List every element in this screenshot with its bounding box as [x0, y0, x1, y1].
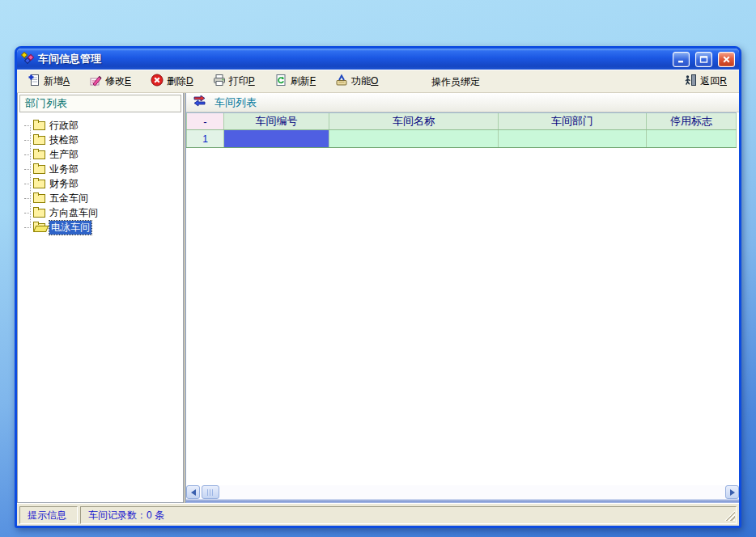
scroll-right-button[interactable]: [725, 485, 739, 499]
tree-item-yewubu[interactable]: 业务部: [18, 162, 183, 176]
tree-item-label: 电泳车间: [49, 221, 91, 235]
tree-item-dianyongchejian-selected[interactable]: 电泳车间: [18, 220, 183, 235]
folder-icon: [33, 194, 45, 203]
status-message-panel: 车间记录数：0 条: [80, 506, 737, 524]
selected-cell-workshop-id[interactable]: [224, 130, 329, 147]
page-title: 车间信息管理: [38, 52, 101, 66]
tree-item-shengchanbu[interactable]: 生产部: [18, 147, 183, 162]
folder-icon: [33, 165, 45, 174]
tree-item-caiwubu[interactable]: 财务部: [18, 176, 183, 191]
function-icon: [335, 74, 348, 89]
column-header-workshop-id[interactable]: 车间编号: [224, 113, 329, 129]
thumb-grip-icon: [207, 489, 214, 496]
tree-line: [30, 125, 31, 228]
edit-button-label: 修改E: [105, 74, 131, 88]
tree-item-xingzhengbu[interactable]: 行政部: [18, 118, 183, 133]
titlebar: 车间信息管理: [17, 49, 739, 70]
delete-button[interactable]: 删除D: [145, 71, 199, 91]
folder-icon: [33, 121, 45, 130]
tree-item-label: 生产部: [49, 148, 79, 162]
tree-item-label: 行政部: [49, 119, 79, 133]
refresh-button[interactable]: 刷新F: [269, 71, 321, 91]
main-area: 部门列表 行政部 技检部: [17, 93, 739, 503]
function-button-label: 功能O: [351, 74, 378, 88]
tree-item-fangxiangpanchejian[interactable]: 方向盘车间: [18, 205, 183, 220]
tree-item-label: 业务部: [49, 163, 79, 176]
cell-workshop-dept[interactable]: [499, 130, 647, 147]
new-document-icon: [28, 74, 40, 89]
app-window: 车间信息管理 新增A: [15, 46, 741, 528]
tree-item-label: 五金车间: [49, 192, 88, 205]
function-button[interactable]: 功能O: [329, 71, 384, 91]
open-folder-icon: [33, 223, 45, 232]
status-hint-panel: 提示信息: [19, 506, 78, 524]
swap-arrows-icon: [193, 95, 206, 109]
horizontal-scrollbar: [186, 485, 739, 499]
minimize-button[interactable]: [673, 52, 690, 67]
table-row: 1: [186, 130, 737, 148]
workshop-caption-bar: 车间列表: [186, 93, 739, 112]
right-arrow-icon: [730, 489, 735, 496]
add-button-label: 新增A: [44, 74, 70, 88]
cell-disable-flag[interactable]: [647, 130, 737, 147]
return-button-label: 返回R: [700, 74, 727, 88]
print-button[interactable]: 打印P: [207, 71, 261, 91]
column-header-disable-flag[interactable]: 停用标志: [647, 113, 737, 129]
scroll-left-button[interactable]: [186, 485, 200, 499]
exit-door-icon: [684, 74, 697, 89]
flowchart-diamonds-icon: [21, 52, 34, 67]
department-panel: 部门列表 行政部 技检部: [17, 93, 184, 503]
tree-item-label: 财务部: [49, 177, 79, 191]
scrollbar-thumb[interactable]: [202, 485, 219, 499]
print-button-label: 打印P: [229, 74, 255, 88]
statusbar: 提示信息 车间记录数：0 条: [17, 503, 739, 526]
column-header-rownum[interactable]: -: [186, 113, 224, 129]
workshop-panel: 车间列表 - 车间编号 车间名称 车间部门 停用标志 1: [185, 93, 739, 503]
refresh-button-label: 刷新F: [291, 74, 316, 88]
return-button[interactable]: 返回R: [678, 71, 733, 91]
scrollbar-track[interactable]: [219, 485, 725, 499]
left-arrow-icon: [191, 489, 196, 496]
folder-icon: [33, 150, 45, 159]
folder-icon: [33, 136, 45, 145]
department-tree: 行政部 技检部 生产部 业务部: [18, 118, 183, 502]
delete-button-label: 删除D: [167, 74, 193, 88]
department-panel-header: 部门列表: [19, 95, 181, 112]
workshop-grid: - 车间编号 车间名称 车间部门 停用标志 1: [186, 112, 737, 148]
tree-item-label: 技检部: [49, 133, 79, 147]
maximize-button[interactable]: [695, 52, 712, 67]
toolbar: 新增A 修改E: [17, 70, 739, 93]
edit-button[interactable]: 修改E: [83, 71, 137, 91]
cell-workshop-name[interactable]: [329, 130, 499, 147]
printer-icon: [213, 74, 226, 89]
delete-red-x-icon: [151, 74, 164, 89]
edit-pen-icon: [89, 74, 102, 89]
column-header-workshop-name[interactable]: 车间名称: [329, 113, 499, 129]
grid-header-row: - 车间编号 车间名称 车间部门 停用标志: [186, 113, 737, 130]
tree-item-label: 方向盘车间: [49, 206, 98, 220]
add-button[interactable]: 新增A: [22, 71, 75, 91]
row-number-cell[interactable]: 1: [186, 130, 224, 147]
desktop-background: 车间信息管理 新增A: [0, 0, 756, 537]
close-button[interactable]: [718, 52, 735, 67]
refresh-icon: [274, 74, 287, 89]
grid-empty-area: [186, 148, 739, 485]
tree-item-jijianbu[interactable]: 技检部: [18, 133, 183, 147]
operator-binding-label: 操作员绑定: [431, 75, 480, 89]
folder-icon: [33, 180, 45, 188]
folder-icon: [33, 209, 45, 218]
tree-item-wujinchejian[interactable]: 五金车间: [18, 191, 183, 205]
column-header-workshop-dept[interactable]: 车间部门: [499, 113, 647, 129]
workshop-caption: 车间列表: [214, 95, 257, 110]
